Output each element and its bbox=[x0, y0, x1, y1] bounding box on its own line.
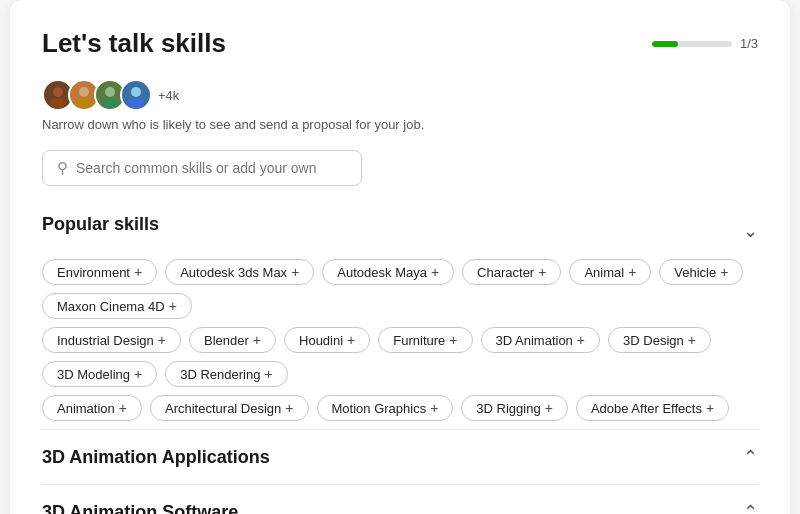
svg-point-1 bbox=[50, 98, 66, 108]
skill-tag[interactable]: Industrial Design + bbox=[42, 327, 181, 353]
popular-skills-header[interactable]: Popular skills ⌄ bbox=[42, 214, 758, 259]
svg-point-6 bbox=[131, 87, 141, 97]
progress-label: 1/3 bbox=[740, 36, 758, 51]
skill-tag[interactable]: Environment + bbox=[42, 259, 157, 285]
skill-tag[interactable]: 3D Modeling + bbox=[42, 361, 157, 387]
skill-tag[interactable]: Maxon Cinema 4D + bbox=[42, 293, 192, 319]
svg-point-0 bbox=[53, 87, 63, 97]
progress-bar-fill bbox=[652, 41, 678, 47]
skill-tag[interactable]: 3D Rigging + bbox=[461, 395, 568, 421]
popular-skills-title: Popular skills bbox=[42, 214, 159, 235]
svg-point-7 bbox=[128, 98, 144, 108]
avatar-count: +4k bbox=[158, 88, 179, 103]
skill-tag[interactable]: Autodesk Maya + bbox=[322, 259, 454, 285]
avatars-row: +4k bbox=[42, 79, 758, 111]
progress-bar-bg bbox=[652, 41, 732, 47]
svg-point-5 bbox=[102, 98, 118, 108]
page-title: Let's talk skills bbox=[42, 28, 226, 59]
3d-animation-software-title: 3D Animation Software bbox=[42, 502, 238, 515]
skill-tag[interactable]: Character + bbox=[462, 259, 561, 285]
skill-tag[interactable]: Adobe After Effects + bbox=[576, 395, 729, 421]
skill-tag[interactable]: Blender + bbox=[189, 327, 276, 353]
3d-animation-applications-title: 3D Animation Applications bbox=[42, 447, 270, 468]
3d-animation-software-section: 3D Animation Software ⌃ bbox=[42, 484, 758, 514]
svg-point-2 bbox=[79, 87, 89, 97]
svg-point-4 bbox=[105, 87, 115, 97]
3d-animation-software-chevron: ⌃ bbox=[743, 501, 758, 514]
skill-tag[interactable]: Vehicle + bbox=[659, 259, 743, 285]
skills-row-3: Animation + Architectural Design + Motio… bbox=[42, 395, 758, 429]
progress-wrap: 1/3 bbox=[652, 36, 758, 51]
skill-tag[interactable]: Autodesk 3ds Max + bbox=[165, 259, 314, 285]
skill-tag[interactable]: Animation + bbox=[42, 395, 142, 421]
popular-skills-section: Popular skills ⌄ Environment + Autodesk … bbox=[42, 210, 758, 429]
main-card: Let's talk skills 1/3 +4k Narrow down wh… bbox=[10, 0, 790, 514]
search-wrap[interactable]: ⚲ bbox=[42, 150, 362, 186]
skill-tag[interactable]: Architectural Design + bbox=[150, 395, 309, 421]
search-icon: ⚲ bbox=[57, 159, 68, 177]
skills-row-2: Industrial Design + Blender + Houdini + … bbox=[42, 327, 758, 395]
subtitle: Narrow down who is likely to see and sen… bbox=[42, 117, 758, 132]
3d-animation-applications-section: 3D Animation Applications ⌃ bbox=[42, 429, 758, 484]
avatar bbox=[120, 79, 152, 111]
skill-tag[interactable]: 3D Animation + bbox=[481, 327, 601, 353]
search-input[interactable] bbox=[76, 160, 347, 176]
3d-animation-software-header[interactable]: 3D Animation Software ⌃ bbox=[42, 501, 758, 514]
skill-tag[interactable]: 3D Rendering + bbox=[165, 361, 287, 387]
skills-row-1: Environment + Autodesk 3ds Max + Autodes… bbox=[42, 259, 758, 327]
skill-tag[interactable]: Houdini + bbox=[284, 327, 370, 353]
header-row: Let's talk skills 1/3 bbox=[42, 28, 758, 59]
skill-tag[interactable]: Furniture + bbox=[378, 327, 472, 353]
skill-tag[interactable]: 3D Design + bbox=[608, 327, 711, 353]
3d-animation-applications-header[interactable]: 3D Animation Applications ⌃ bbox=[42, 446, 758, 480]
skill-tag[interactable]: Motion Graphics + bbox=[317, 395, 454, 421]
skill-tag[interactable]: Animal + bbox=[569, 259, 651, 285]
popular-skills-chevron: ⌄ bbox=[743, 220, 758, 242]
svg-point-3 bbox=[76, 98, 92, 108]
3d-animation-applications-chevron: ⌃ bbox=[743, 446, 758, 468]
